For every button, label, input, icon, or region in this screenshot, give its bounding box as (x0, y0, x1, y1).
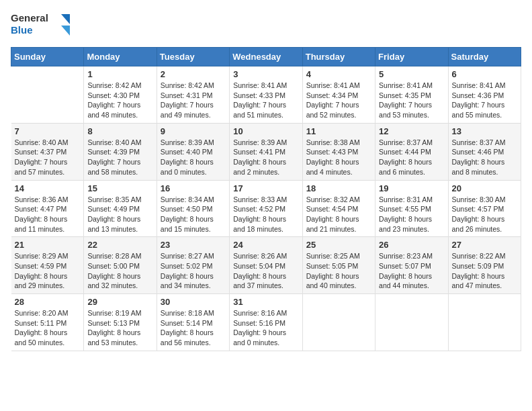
calendar-cell: 21Sunrise: 8:29 AM Sunset: 4:59 PM Dayli… (11, 237, 84, 294)
day-detail: Sunrise: 8:28 AM Sunset: 5:00 PM Dayligh… (87, 251, 152, 291)
calendar-cell: 20Sunrise: 8:30 AM Sunset: 4:57 PM Dayli… (448, 180, 521, 237)
logo-svg: General Blue (11, 11, 71, 39)
day-detail: Sunrise: 8:39 AM Sunset: 4:41 PM Dayligh… (233, 138, 298, 177)
day-number: 30 (161, 297, 226, 307)
day-detail: Sunrise: 8:41 AM Sunset: 4:33 PM Dayligh… (233, 81, 298, 120)
day-detail: Sunrise: 8:41 AM Sunset: 4:36 PM Dayligh… (452, 81, 517, 120)
day-number: 2 (161, 69, 226, 79)
svg-marker-2 (61, 14, 70, 24)
calendar-cell: 8Sunrise: 8:40 AM Sunset: 4:39 PM Daylig… (84, 123, 157, 180)
calendar-cell: 1Sunrise: 8:42 AM Sunset: 4:30 PM Daylig… (84, 66, 157, 124)
calendar-cell: 4Sunrise: 8:41 AM Sunset: 4:34 PM Daylig… (302, 66, 375, 124)
header-cell-wednesday: Wednesday (230, 48, 302, 66)
calendar-cell: 13Sunrise: 8:37 AM Sunset: 4:46 PM Dayli… (448, 123, 521, 180)
day-detail: Sunrise: 8:37 AM Sunset: 4:46 PM Dayligh… (452, 138, 517, 177)
day-number: 16 (161, 183, 226, 193)
day-number: 29 (87, 297, 152, 307)
calendar-cell: 12Sunrise: 8:37 AM Sunset: 4:44 PM Dayli… (375, 123, 448, 180)
day-detail: Sunrise: 8:19 AM Sunset: 5:13 PM Dayligh… (87, 308, 152, 348)
header-cell-friday: Friday (375, 48, 448, 66)
day-number: 14 (15, 183, 81, 193)
day-number: 18 (306, 183, 371, 193)
calendar-cell: 31Sunrise: 8:16 AM Sunset: 5:16 PM Dayli… (230, 294, 302, 351)
day-detail: Sunrise: 8:31 AM Sunset: 4:55 PM Dayligh… (379, 195, 444, 234)
day-detail: Sunrise: 8:36 AM Sunset: 4:47 PM Dayligh… (15, 195, 81, 234)
calendar-body: 1Sunrise: 8:42 AM Sunset: 4:30 PM Daylig… (11, 66, 521, 351)
day-number: 7 (15, 126, 81, 136)
day-detail: Sunrise: 8:40 AM Sunset: 4:37 PM Dayligh… (15, 138, 81, 177)
day-number: 4 (306, 69, 371, 79)
week-row-5: 28Sunrise: 8:20 AM Sunset: 5:11 PM Dayli… (11, 294, 521, 351)
day-number: 3 (233, 69, 298, 79)
calendar-cell: 6Sunrise: 8:41 AM Sunset: 4:36 PM Daylig… (448, 66, 521, 124)
day-detail: Sunrise: 8:27 AM Sunset: 5:02 PM Dayligh… (161, 251, 226, 291)
day-detail: Sunrise: 8:38 AM Sunset: 4:43 PM Dayligh… (306, 138, 371, 177)
day-detail: Sunrise: 8:22 AM Sunset: 5:09 PM Dayligh… (452, 251, 517, 291)
calendar-header: SundayMondayTuesdayWednesdayThursdayFrid… (11, 48, 521, 66)
calendar-cell: 16Sunrise: 8:34 AM Sunset: 4:50 PM Dayli… (157, 180, 229, 237)
calendar-cell: 18Sunrise: 8:32 AM Sunset: 4:54 PM Dayli… (302, 180, 375, 237)
calendar-cell: 14Sunrise: 8:36 AM Sunset: 4:47 PM Dayli… (11, 180, 84, 237)
calendar-cell (448, 294, 521, 351)
calendar-cell: 23Sunrise: 8:27 AM Sunset: 5:02 PM Dayli… (157, 237, 229, 294)
day-detail: Sunrise: 8:41 AM Sunset: 4:34 PM Dayligh… (306, 81, 371, 120)
header-cell-saturday: Saturday (448, 48, 521, 66)
day-detail: Sunrise: 8:37 AM Sunset: 4:44 PM Dayligh… (379, 138, 444, 177)
calendar-cell: 25Sunrise: 8:25 AM Sunset: 5:05 PM Dayli… (302, 237, 375, 294)
day-number: 13 (452, 126, 517, 136)
calendar-cell: 29Sunrise: 8:19 AM Sunset: 5:13 PM Dayli… (84, 294, 157, 351)
header: General Blue (11, 11, 521, 39)
calendar-cell: 10Sunrise: 8:39 AM Sunset: 4:41 PM Dayli… (230, 123, 302, 180)
day-detail: Sunrise: 8:26 AM Sunset: 5:04 PM Dayligh… (233, 251, 298, 291)
calendar-cell: 27Sunrise: 8:22 AM Sunset: 5:09 PM Dayli… (448, 237, 521, 294)
day-number: 20 (452, 183, 517, 193)
day-number: 10 (233, 126, 298, 136)
svg-text:General: General (11, 12, 48, 24)
day-number: 8 (87, 126, 152, 136)
day-number: 25 (306, 240, 371, 250)
day-number: 9 (161, 126, 226, 136)
day-detail: Sunrise: 8:23 AM Sunset: 5:07 PM Dayligh… (379, 251, 444, 291)
day-detail: Sunrise: 8:39 AM Sunset: 4:40 PM Dayligh… (161, 138, 226, 177)
calendar-cell: 28Sunrise: 8:20 AM Sunset: 5:11 PM Dayli… (11, 294, 84, 351)
calendar-cell: 15Sunrise: 8:35 AM Sunset: 4:49 PM Dayli… (84, 180, 157, 237)
header-cell-sunday: Sunday (11, 48, 84, 66)
day-detail: Sunrise: 8:16 AM Sunset: 5:16 PM Dayligh… (233, 308, 298, 348)
week-row-4: 21Sunrise: 8:29 AM Sunset: 4:59 PM Dayli… (11, 237, 521, 294)
day-number: 11 (306, 126, 371, 136)
day-number: 21 (15, 240, 81, 250)
calendar-cell: 11Sunrise: 8:38 AM Sunset: 4:43 PM Dayli… (302, 123, 375, 180)
header-cell-monday: Monday (84, 48, 157, 66)
calendar-cell: 19Sunrise: 8:31 AM Sunset: 4:55 PM Dayli… (375, 180, 448, 237)
day-detail: Sunrise: 8:33 AM Sunset: 4:52 PM Dayligh… (233, 195, 298, 234)
day-number: 5 (379, 69, 444, 79)
svg-marker-3 (61, 26, 70, 36)
week-row-1: 1Sunrise: 8:42 AM Sunset: 4:30 PM Daylig… (11, 66, 521, 124)
calendar-cell (375, 294, 448, 351)
calendar-cell: 9Sunrise: 8:39 AM Sunset: 4:40 PM Daylig… (157, 123, 229, 180)
calendar-cell: 22Sunrise: 8:28 AM Sunset: 5:00 PM Dayli… (84, 237, 157, 294)
day-detail: Sunrise: 8:18 AM Sunset: 5:14 PM Dayligh… (161, 308, 226, 348)
day-detail: Sunrise: 8:42 AM Sunset: 4:31 PM Dayligh… (161, 81, 226, 120)
day-number: 6 (452, 69, 517, 79)
day-number: 28 (15, 297, 81, 307)
svg-text:Blue: Blue (11, 24, 33, 36)
day-detail: Sunrise: 8:25 AM Sunset: 5:05 PM Dayligh… (306, 251, 371, 291)
day-number: 26 (379, 240, 444, 250)
day-number: 1 (87, 69, 152, 79)
calendar-cell: 5Sunrise: 8:41 AM Sunset: 4:35 PM Daylig… (375, 66, 448, 124)
calendar-cell: 17Sunrise: 8:33 AM Sunset: 4:52 PM Dayli… (230, 180, 302, 237)
week-row-3: 14Sunrise: 8:36 AM Sunset: 4:47 PM Dayli… (11, 180, 521, 237)
header-cell-tuesday: Tuesday (157, 48, 229, 66)
day-number: 23 (161, 240, 226, 250)
day-number: 17 (233, 183, 298, 193)
day-detail: Sunrise: 8:30 AM Sunset: 4:57 PM Dayligh… (452, 195, 517, 234)
calendar-cell: 3Sunrise: 8:41 AM Sunset: 4:33 PM Daylig… (230, 66, 302, 124)
day-number: 27 (452, 240, 517, 250)
day-number: 31 (233, 297, 298, 307)
day-number: 12 (379, 126, 444, 136)
day-number: 19 (379, 183, 444, 193)
header-row: SundayMondayTuesdayWednesdayThursdayFrid… (11, 48, 521, 66)
calendar-cell: 30Sunrise: 8:18 AM Sunset: 5:14 PM Dayli… (157, 294, 229, 351)
day-detail: Sunrise: 8:40 AM Sunset: 4:39 PM Dayligh… (87, 138, 152, 177)
